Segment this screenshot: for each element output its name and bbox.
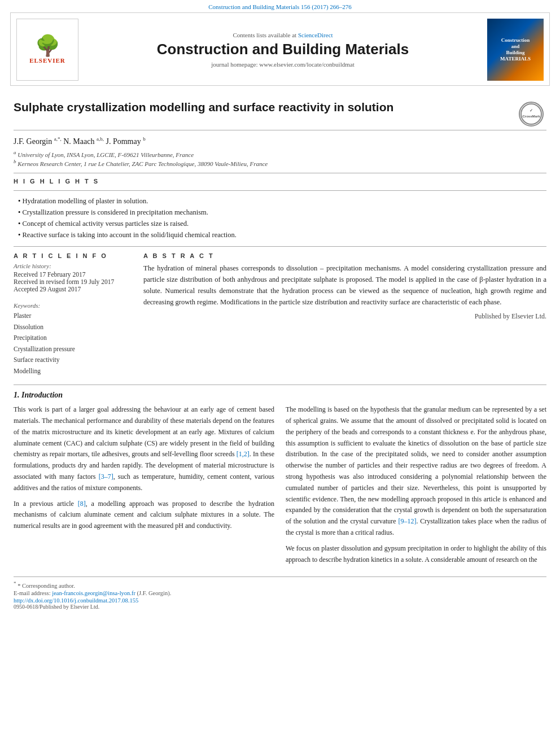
affiliation-b: b Kerneos Research Center, 1 rue Le Chat… (14, 159, 546, 167)
introduction-section: 1. Introduction This work is part of a l… (14, 385, 546, 570)
article-info-abstract-section: A R T I C L E I N F O Article history: R… (14, 252, 546, 377)
cover-title: ConstructionandBuildingMATERIALS (500, 37, 531, 62)
article-history-label: Article history: (14, 263, 132, 269)
article-info-label: A R T I C L E I N F O (14, 252, 132, 259)
journal-cover-image: ConstructionandBuildingMATERIALS (487, 19, 544, 81)
journal-reference-bar: Construction and Building Materials 156 … (0, 0, 560, 12)
abstract-label: A B S T R A C T (143, 252, 546, 259)
crossmark-badge[interactable]: ✓ CrossMark (515, 102, 546, 126)
highlight-item-3: Concept of chemical activity versus part… (18, 218, 546, 229)
abstract-column: A B S T R A C T The hydration of mineral… (143, 252, 546, 377)
keyword-5: Surface reactivity (14, 355, 132, 366)
elsevier-tree-icon: 🌳 (35, 36, 60, 56)
ref-8[interactable]: [8] (78, 500, 86, 508)
doi-link[interactable]: http://dx.doi.org/10.1016/j.conbuildmat.… (14, 597, 546, 604)
affiliation-a: a University of Lyon, INSA Lyon, LGCIE, … (14, 150, 546, 158)
svg-text:✓: ✓ (530, 108, 533, 112)
keyword-1: Plaster (14, 311, 132, 322)
author-maach: N. Maach (63, 137, 94, 146)
author-email-link[interactable]: jean-francois.georgin@insa-lyon.fr (52, 590, 135, 596)
footer-area: * * Corresponding author. E-mail address… (14, 576, 546, 610)
issn-line: 0950-0618/Published by Elsevier Ltd. (14, 604, 546, 610)
article-info-column: A R T I C L E I N F O Article history: R… (14, 252, 132, 377)
ref-1-2[interactable]: [1,2] (237, 450, 250, 458)
intro-para-1: This work is part of a larger goal addre… (14, 404, 274, 493)
keyword-6: Modelling (14, 366, 132, 377)
intro-para-2: In a previous article [8], a modelling a… (14, 499, 274, 532)
accepted-date: Accepted 29 August 2017 (14, 286, 132, 292)
revised-date: Received in revised form 19 July 2017 (14, 278, 132, 285)
keywords-label: Keywords: (14, 302, 132, 309)
email-note: E-mail address: jean-francois.georgin@in… (14, 590, 546, 596)
svg-point-0 (521, 104, 541, 124)
elsevier-name: ELSEVIER (29, 57, 65, 64)
introduction-heading: 1. Introduction (14, 391, 546, 400)
journal-header-center: Contents lists available at ScienceDirec… (84, 19, 482, 81)
affiliations: a University of Lyon, INSA Lyon, LGCIE, … (14, 150, 546, 167)
journal-cover: ConstructionandBuildingMATERIALS (487, 19, 544, 81)
author-pommay: J. Pommay (106, 137, 141, 146)
authors: J.F. Georgin a,*, N. Maach a,b, J. Pomma… (14, 136, 546, 146)
abstract-text: The hydration of mineral phases correspo… (143, 263, 546, 308)
elsevier-logo: 🌳 ELSEVIER (16, 19, 78, 81)
intro-para-3: The modelling is based on the hypothesis… (286, 404, 546, 539)
journal-header: 🌳 ELSEVIER Contents lists available at S… (10, 12, 550, 86)
science-direct-link[interactable]: ScienceDirect (298, 32, 333, 38)
highlights-divider (14, 173, 546, 173)
introduction-body: This work is part of a larger goal addre… (14, 404, 546, 570)
published-by: Published by Elsevier Ltd. (143, 312, 546, 321)
highlight-item-2: Crystallization pressure is considered i… (18, 207, 546, 218)
contents-available-line: Contents lists available at ScienceDirec… (233, 32, 333, 38)
author-georgin: J.F. Georgin (14, 137, 52, 146)
journal-title: Construction and Building Materials (157, 41, 409, 58)
journal-homepage-line: journal homepage: www.elsevier.com/locat… (211, 61, 354, 68)
received-date: Received 17 February 2017 (14, 271, 132, 278)
highlights-list: Hydratation modelling of plaster in solu… (14, 195, 546, 241)
journal-ref-link[interactable]: Construction and Building Materials 156 … (208, 3, 352, 10)
keywords-list: Plaster Dissolution Precipitation Crysta… (14, 311, 132, 377)
keyword-4: Crystallization pressure (14, 344, 132, 355)
ref-3-7[interactable]: [3–7] (99, 473, 113, 480)
crossmark-icon: ✓ CrossMark (519, 102, 544, 126)
paper-title: Sulphate crystallization modelling and s… (14, 99, 510, 115)
highlight-item-4: Reactive surface is taking into account … (18, 229, 546, 241)
main-content: Sulphate crystallization modelling and s… (0, 86, 560, 621)
highlights-label: H I G H L I G H T S (14, 178, 546, 185)
intro-right-col: The modelling is based on the hypothesis… (286, 404, 546, 570)
keyword-3: Precipitation (14, 333, 132, 344)
intro-left-col: This work is part of a larger goal addre… (14, 404, 274, 570)
paper-title-section: Sulphate crystallization modelling and s… (14, 99, 546, 130)
keyword-2: Dissolution (14, 322, 132, 333)
corresponding-author-note: * * Corresponding author. (14, 580, 546, 589)
svg-text:CrossMark: CrossMark (522, 115, 540, 118)
highlights-divider-bottom (14, 190, 546, 191)
highlights-end-divider (14, 246, 546, 247)
ref-9-12[interactable]: [9–12] (399, 517, 417, 525)
highlight-item-1: Hydratation modelling of plaster in solu… (18, 195, 546, 207)
intro-para-4: We focus on plaster dissolution and gyps… (286, 543, 546, 566)
